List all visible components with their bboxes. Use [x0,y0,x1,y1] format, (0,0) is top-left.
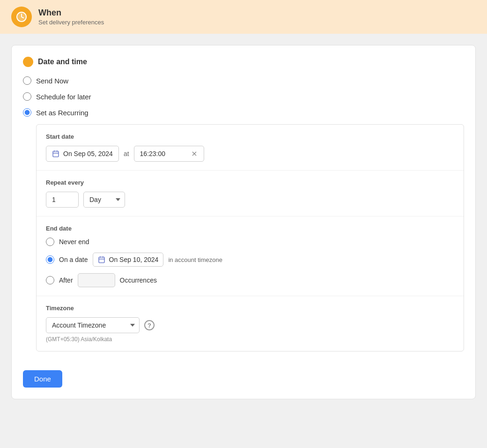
card-header-title: Date and time [38,58,87,66]
date-time-card: Date and time Send Now Schedule for late… [11,45,476,399]
end-calendar-icon [98,256,105,263]
card-header: Date and time [23,57,464,67]
svg-rect-2 [53,151,59,157]
never-end-option[interactable]: Never end [46,238,454,246]
on-date-option: On a date On Sep 10, 2024 in account tim… [46,253,454,267]
schedule-later-option[interactable]: Schedule for later [23,92,464,101]
time-value: 16:23:00 [140,150,187,157]
timezone-row: Account Timezone UTC America/New_York Eu… [46,317,454,333]
set-recurring-option[interactable]: Set as Recurring [23,108,464,117]
timezone-info: (GMT+05:30) Asia/Kolkata [46,336,454,343]
calendar-icon [52,150,59,157]
recurring-section: Start date On Sep 05, 2024 at 16:23:00 [36,124,464,351]
done-button[interactable]: Done [23,370,62,388]
header-clock-icon [11,7,32,27]
never-end-label: Never end [59,238,89,246]
after-occurrences-option[interactable]: After Occurrences [46,273,454,287]
after-label: After [59,276,73,284]
in-account-timezone-label: in account timezone [168,256,222,263]
header-title: When [38,8,104,18]
send-now-radio[interactable] [23,76,31,85]
occurrences-input[interactable] [78,273,115,287]
on-date-radio[interactable] [46,255,54,264]
header: When Set delivery preferences [0,0,487,34]
header-text: When Set delivery preferences [38,8,104,26]
repeat-unit-wrapper: Day Week Month Year [83,192,125,208]
repeat-every-label: Repeat every [46,179,454,186]
repeat-row: Day Week Month Year [46,192,454,208]
date-value: On Sep 05, 2024 [63,150,113,157]
on-date-label: On a date [59,256,88,263]
end-date-block: End date Never end On a date [37,217,464,296]
svg-rect-8 [99,257,104,263]
set-recurring-radio[interactable] [23,108,31,117]
set-recurring-label: Set as Recurring [36,109,89,117]
clock-svg [16,11,27,22]
timezone-select[interactable]: Account Timezone UTC America/New_York Eu… [46,317,140,333]
date-picker-button[interactable]: On Sep 05, 2024 [46,146,119,162]
close-icon [191,150,198,157]
date-time-row: On Sep 05, 2024 at 16:23:00 [46,146,454,162]
end-date-value: On Sep 10, 2024 [109,256,159,263]
repeat-number-input[interactable] [46,192,79,208]
occurrences-label: Occurrences [120,276,157,284]
end-date-picker-button[interactable]: On Sep 10, 2024 [93,253,164,267]
header-subtitle: Set delivery preferences [38,19,104,26]
start-date-label: Start date [46,133,454,140]
card-header-dot [23,57,33,67]
time-input-box: 16:23:00 [134,146,204,162]
timezone-label: Timezone [46,305,454,312]
schedule-later-label: Schedule for later [36,93,91,101]
end-date-label: End date [46,225,454,232]
send-now-label: Send Now [36,77,68,85]
repeat-unit-select[interactable]: Day Week Month Year [83,192,125,208]
send-now-option[interactable]: Send Now [23,76,464,85]
help-icon[interactable]: ? [144,320,155,330]
never-end-radio[interactable] [46,238,54,246]
schedule-later-radio[interactable] [23,92,31,101]
timezone-section: Timezone Account Timezone UTC America/Ne… [37,296,464,351]
end-date-options: Never end On a date [46,238,454,287]
after-radio[interactable] [46,276,54,284]
at-separator: at [124,150,129,157]
main-content: Date and time Send Now Schedule for late… [0,34,487,411]
repeat-every-block: Repeat every Day Week Month Year [37,171,464,217]
timezone-select-wrapper: Account Timezone UTC America/New_York Eu… [46,317,140,333]
time-clear-button[interactable] [191,150,198,157]
start-date-block: Start date On Sep 05, 2024 at 16:23:00 [37,125,464,171]
